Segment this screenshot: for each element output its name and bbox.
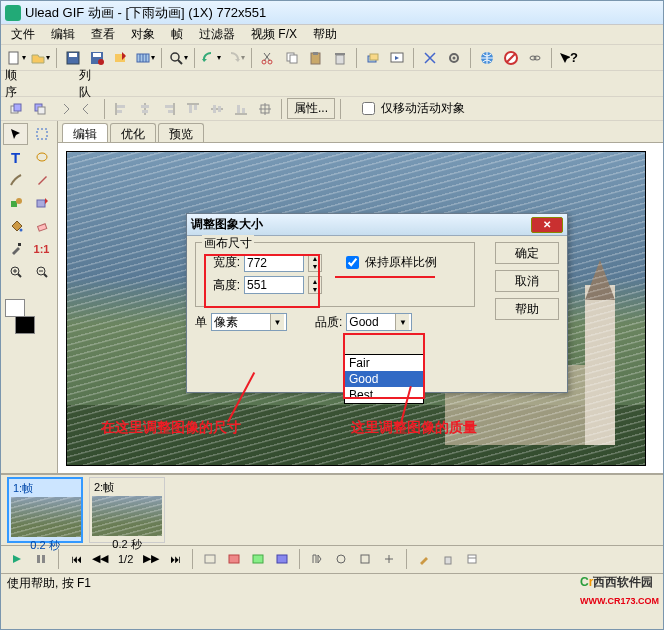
move-active-input[interactable] [362, 102, 375, 115]
tab-edit[interactable]: 编辑 [62, 123, 108, 142]
order-forward-icon[interactable] [29, 98, 51, 120]
tab-preview[interactable]: 预览 [158, 123, 204, 142]
tool-zoomout-icon[interactable] [29, 261, 54, 283]
quality-option-good[interactable]: Good [345, 371, 423, 387]
properties-button[interactable]: 属性... [287, 98, 335, 119]
menu-help[interactable]: 帮助 [305, 24, 345, 45]
ab-icon[interactable] [307, 550, 327, 568]
cut-icon[interactable] [257, 47, 279, 69]
last-frame-icon[interactable]: ⏭ [165, 550, 185, 568]
move-active-checkbox[interactable]: 仅移动活动对象 [358, 99, 465, 118]
align-middle-icon[interactable] [206, 98, 228, 120]
menu-view[interactable]: 查看 [83, 24, 123, 45]
quality-combo[interactable]: Good▼ [346, 313, 412, 331]
tool-brush-icon[interactable] [3, 169, 28, 191]
trash2-icon[interactable] [438, 550, 458, 568]
quality-dropdown[interactable]: Fair Good Best [344, 354, 424, 404]
ok-button[interactable]: 确定 [495, 242, 559, 264]
undo-icon[interactable]: ▾ [200, 47, 222, 69]
tool-marquee-icon[interactable] [29, 123, 54, 145]
df-icon[interactable] [200, 550, 220, 568]
tool-eraser-icon[interactable] [29, 215, 54, 237]
saveas-icon[interactable] [86, 47, 108, 69]
tool-eyedropper-icon[interactable] [3, 238, 28, 260]
menu-file[interactable]: 文件 [3, 24, 43, 45]
rf-icon[interactable] [272, 550, 292, 568]
height-spinner[interactable]: ▲▼ [308, 276, 322, 294]
delete-icon[interactable] [329, 47, 351, 69]
width-input[interactable] [244, 254, 304, 272]
first-frame-icon[interactable]: ⏮ [66, 550, 86, 568]
ad-icon[interactable] [355, 550, 375, 568]
keep-ratio-checkbox[interactable]: 保持原样比例 [342, 253, 437, 272]
export-icon[interactable] [110, 47, 132, 69]
paste-icon[interactable] [305, 47, 327, 69]
menu-object[interactable]: 对象 [123, 24, 163, 45]
tool-bucket-icon[interactable] [3, 215, 28, 237]
menu-frame[interactable]: 帧 [163, 24, 191, 45]
quality-option-best[interactable]: Best [345, 387, 423, 403]
frame-1-thumb [11, 497, 81, 537]
menu-edit[interactable]: 编辑 [43, 24, 83, 45]
tool-insert-icon[interactable] [29, 192, 54, 214]
align-left-icon[interactable] [110, 98, 132, 120]
globe-icon[interactable] [476, 47, 498, 69]
ac-icon[interactable] [331, 550, 351, 568]
keep-ratio-input[interactable] [346, 256, 359, 269]
menu-videofx[interactable]: 视频 F/X [243, 24, 305, 45]
zoom-icon[interactable]: ▾ [167, 47, 189, 69]
order-back-icon[interactable] [53, 98, 75, 120]
chain-icon[interactable] [524, 47, 546, 69]
unit-combo[interactable]: 像素▼ [211, 313, 287, 331]
align-center-icon[interactable] [134, 98, 156, 120]
prev-frame-icon[interactable]: ◀◀ [90, 550, 110, 568]
close-icon[interactable]: ✕ [531, 217, 563, 233]
tab-optimize[interactable]: 优化 [110, 123, 156, 142]
preview-icon[interactable] [386, 47, 408, 69]
height-input[interactable] [244, 276, 304, 294]
frame-2[interactable]: 2:帧 0.2 秒 [89, 477, 165, 543]
tool-1to1-icon[interactable]: 1:1 [29, 238, 54, 260]
help-button[interactable]: 帮助 [495, 298, 559, 320]
new-icon[interactable]: ▾ [5, 47, 27, 69]
af-icon[interactable] [224, 550, 244, 568]
gear-icon[interactable] [443, 47, 465, 69]
order-front-icon[interactable] [5, 98, 27, 120]
quality-option-fair[interactable]: Fair [345, 355, 423, 371]
sciss-icon[interactable] [419, 47, 441, 69]
align-top-icon[interactable] [182, 98, 204, 120]
tool-zoomin-icon[interactable] [3, 261, 28, 283]
copy-icon[interactable] [281, 47, 303, 69]
tool-text-icon[interactable]: T [3, 146, 28, 168]
play-icon[interactable] [7, 550, 27, 568]
ae-icon[interactable] [379, 550, 399, 568]
open-icon[interactable]: ▾ [29, 47, 51, 69]
prop2-icon[interactable] [462, 550, 482, 568]
align-right-icon[interactable] [158, 98, 180, 120]
layers-icon[interactable] [362, 47, 384, 69]
align-bottom-icon[interactable] [230, 98, 252, 120]
tool-inkbrush-icon[interactable] [29, 169, 54, 191]
dialog-titlebar[interactable]: 调整图象大小 ✕ [187, 214, 567, 236]
stop-icon[interactable] [500, 47, 522, 69]
frame-strip[interactable]: 1:帧 0.2 秒 2:帧 0.2 秒 [1, 475, 663, 545]
frames-icon[interactable]: ▾ [134, 47, 156, 69]
svg-rect-58 [11, 201, 17, 207]
menu-filter[interactable]: 过滤器 [191, 24, 243, 45]
bg-color-swatch[interactable] [15, 316, 35, 334]
help-icon[interactable]: ? [557, 47, 579, 69]
order-backward-icon[interactable] [77, 98, 99, 120]
tool-pointer-icon[interactable] [3, 123, 28, 145]
align-xcenter-icon[interactable] [254, 98, 276, 120]
cancel-button[interactable]: 取消 [495, 270, 559, 292]
redo-icon[interactable]: ▾ [224, 47, 246, 69]
next-frame-icon[interactable]: ▶▶ [141, 550, 161, 568]
save-icon[interactable] [62, 47, 84, 69]
tool-oval-icon[interactable] [29, 146, 54, 168]
tool-shape-icon[interactable] [3, 192, 28, 214]
lf-icon[interactable] [248, 550, 268, 568]
pencil2-icon[interactable] [414, 550, 434, 568]
width-spinner[interactable]: ▲▼ [308, 254, 322, 272]
pause-icon[interactable] [31, 550, 51, 568]
frame-1[interactable]: 1:帧 0.2 秒 [7, 477, 83, 543]
